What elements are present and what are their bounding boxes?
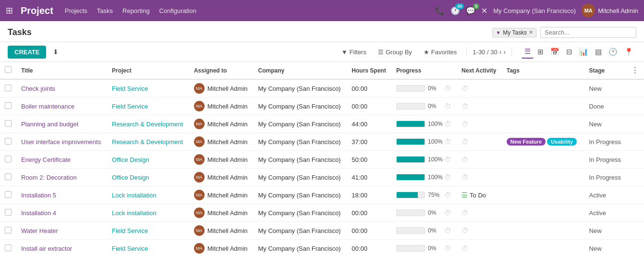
progress-clock-icon[interactable]: ⏱ — [444, 191, 451, 199]
chart-view-button[interactable]: 📊 — [576, 46, 591, 58]
progress-clock-icon[interactable]: ⏱ — [444, 120, 451, 128]
task-title-link[interactable]: Planning and budget — [21, 121, 78, 128]
pin-view-button[interactable]: 📍 — [621, 46, 636, 58]
header-tags[interactable]: Tags — [502, 62, 584, 79]
user-menu[interactable]: MA Mitchell Admin — [582, 4, 638, 17]
row-checkbox[interactable] — [5, 102, 12, 109]
download-button[interactable]: ⬇ — [50, 46, 61, 58]
row-title-cell: Check joints — [16, 79, 107, 98]
header-next-activity[interactable]: Next Activity — [457, 62, 502, 79]
header-progress[interactable]: Progress — [391, 62, 457, 79]
task-title-link[interactable]: Check joints — [21, 85, 55, 92]
prev-page-button[interactable]: ‹ — [499, 48, 502, 56]
project-link[interactable]: Lock installation — [112, 209, 157, 217]
next-page-button[interactable]: › — [503, 48, 506, 56]
grid-view-button[interactable]: ⊟ — [563, 46, 575, 58]
header-options[interactable]: ⋮ — [626, 62, 644, 79]
next-activity-empty-icon[interactable]: ⏱ — [462, 156, 468, 163]
task-title-link[interactable]: Installation 4 — [21, 209, 56, 217]
header-project[interactable]: Project — [107, 62, 189, 79]
company-name: My Company (San Francisco) — [258, 227, 341, 234]
project-link[interactable]: Research & Development — [112, 138, 183, 146]
progress-clock-icon[interactable]: ⏱ — [444, 209, 451, 217]
progress-clock-icon[interactable]: ⏱ — [444, 173, 451, 181]
row-checkbox[interactable] — [5, 85, 12, 91]
header-hours-spent[interactable]: Hours Spent — [347, 62, 391, 79]
group-by-button[interactable]: ☰ Group By — [374, 47, 416, 58]
progress-clock-icon[interactable]: ⏱ — [444, 156, 451, 163]
row-checkbox[interactable] — [5, 244, 12, 251]
menu-item-configuration[interactable]: Configuration — [159, 7, 196, 14]
menu-item-projects[interactable]: Projects — [65, 7, 87, 14]
progress-clock-icon[interactable]: ⏱ — [444, 102, 451, 110]
row-progress-cell: 0% ⏱ — [391, 204, 457, 222]
task-title-link[interactable]: Install air extractor — [21, 245, 72, 252]
header-title[interactable]: Title — [16, 62, 107, 79]
create-button[interactable]: CREATE — [8, 46, 46, 59]
row-checkbox[interactable] — [5, 120, 12, 127]
next-activity-empty-icon[interactable]: ⏱ — [462, 138, 468, 146]
row-checkbox[interactable] — [5, 209, 12, 216]
next-activity-empty-icon[interactable]: ⏱ — [462, 120, 468, 128]
project-link[interactable]: Office Design — [112, 174, 149, 181]
tag-badge: Usability — [547, 138, 577, 146]
progress-clock-icon[interactable]: ⏱ — [444, 138, 451, 146]
next-activity-empty-icon[interactable]: ⏱ — [462, 85, 468, 92]
table-view-button[interactable]: ▤ — [592, 46, 605, 58]
task-title-link[interactable]: Room 2: Decoration — [21, 174, 77, 181]
project-link[interactable]: Field Service — [112, 103, 148, 110]
activity-icon[interactable]: 🕐 40 — [450, 6, 460, 15]
progress-percent: 100% — [428, 174, 441, 181]
task-title-link[interactable]: User interface improvements — [21, 138, 101, 146]
progress-percent: 0% — [428, 227, 441, 234]
project-link[interactable]: Research & Development — [112, 121, 183, 128]
row-stage-cell: New — [584, 115, 627, 133]
row-checkbox[interactable] — [5, 173, 12, 180]
favorites-button[interactable]: ★ Favorites — [420, 47, 461, 58]
header-stage[interactable]: Stage — [584, 62, 627, 79]
filter-funnel-icon: ▼ — [341, 49, 348, 56]
progress-clock-icon[interactable]: ⏱ — [444, 227, 451, 234]
row-stage-cell: In Progress — [584, 151, 627, 169]
header-assigned-to[interactable]: Assigned to — [189, 62, 254, 79]
kanban-view-button[interactable]: ⊞ — [535, 46, 547, 58]
filters-button[interactable]: ▼ Filters — [338, 47, 370, 58]
next-activity-empty-icon[interactable]: ⏱ — [462, 173, 468, 181]
search-input[interactable] — [540, 27, 636, 38]
project-link[interactable]: Field Service — [112, 85, 148, 92]
menu-item-reporting[interactable]: Reporting — [122, 7, 149, 14]
project-link[interactable]: Field Service — [112, 245, 148, 252]
messages-icon[interactable]: 💬 5 — [466, 6, 475, 15]
task-title-link[interactable]: Energy Certificate — [21, 156, 71, 163]
project-link[interactable]: Field Service — [112, 227, 148, 234]
row-options-cell — [626, 204, 644, 222]
row-tags-cell: New FeatureUsability — [502, 133, 584, 151]
filter-remove-button[interactable]: ✕ — [529, 29, 533, 36]
select-all-checkbox[interactable] — [5, 66, 12, 73]
project-link[interactable]: Office Design — [112, 156, 149, 163]
list-view-button[interactable]: ☰ — [522, 45, 534, 59]
row-title-cell: Energy Certificate — [16, 151, 107, 169]
calendar-view-button[interactable]: 📅 — [547, 46, 562, 58]
task-title-link[interactable]: Installation 5 — [21, 192, 56, 199]
row-checkbox[interactable] — [5, 138, 12, 145]
clock-view-button[interactable]: 🕐 — [606, 46, 620, 58]
row-checkbox[interactable] — [5, 191, 12, 198]
row-project-cell: Office Design — [107, 151, 189, 169]
task-title-link[interactable]: Boiler maintenance — [21, 103, 74, 110]
task-title-link[interactable]: Water Heater — [21, 227, 58, 234]
progress-clock-icon[interactable]: ⏱ — [444, 85, 451, 92]
progress-clock-icon[interactable]: ⏱ — [444, 244, 451, 252]
next-activity-empty-icon[interactable]: ⏱ — [462, 102, 468, 110]
next-activity-empty-icon[interactable]: ⏱ — [462, 209, 468, 217]
row-checkbox[interactable] — [5, 227, 12, 233]
header-company[interactable]: Company — [254, 62, 347, 79]
next-activity-empty-icon[interactable]: ⏱ — [462, 227, 468, 234]
next-activity-empty-icon[interactable]: ⏱ — [462, 244, 468, 252]
phone-icon[interactable]: 📞 — [435, 6, 445, 15]
project-link[interactable]: Lock installation — [112, 192, 157, 199]
row-checkbox[interactable] — [5, 156, 12, 162]
grid-menu-icon[interactable]: ⊞ — [6, 5, 13, 16]
menu-item-tasks[interactable]: Tasks — [97, 7, 113, 14]
close-icon[interactable]: ✕ — [481, 6, 487, 15]
